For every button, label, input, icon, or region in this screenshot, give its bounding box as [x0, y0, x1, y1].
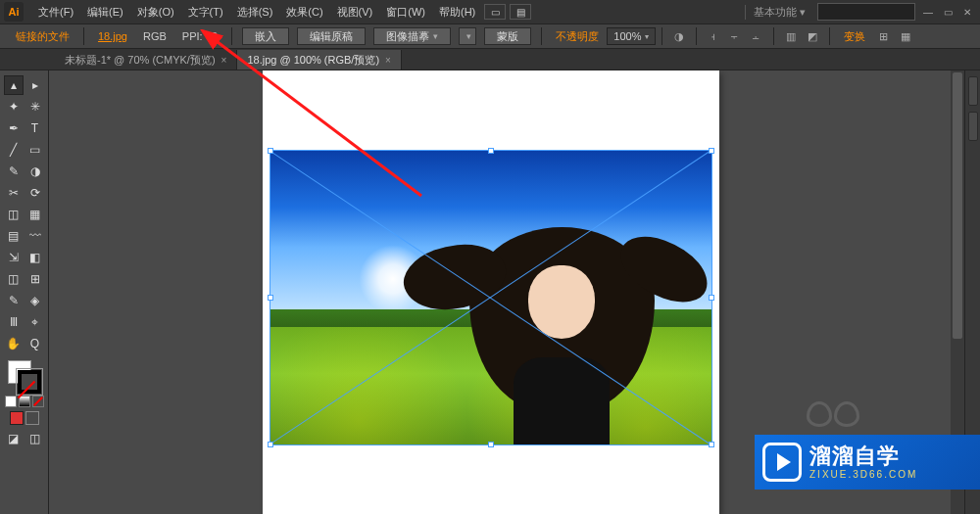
scale-tool[interactable]: ▦ [25, 205, 45, 224]
blob-brush-tool[interactable]: ✂ [4, 183, 24, 203]
handle-br[interactable] [709, 442, 714, 447]
menu-object[interactable]: 对象(O) [130, 0, 181, 23]
line-tool[interactable]: ╱ [4, 140, 24, 160]
draw-normal-mode[interactable] [10, 411, 24, 425]
screen-mode-full[interactable]: ◫ [25, 429, 45, 448]
recolor-icon[interactable]: ◑ [669, 27, 689, 45]
search-input[interactable] [817, 3, 915, 21]
pen-tool[interactable]: ✒ [4, 118, 24, 138]
rectangle-tool[interactable]: ▭ [25, 140, 45, 160]
edit-original-button[interactable]: 编辑原稿 [297, 27, 366, 45]
tab-close-icon[interactable]: × [221, 55, 227, 66]
menu-edit[interactable]: 编辑(E) [80, 0, 130, 23]
window-close[interactable]: ✕ [958, 5, 976, 19]
handle-tm[interactable] [488, 148, 494, 154]
handle-mr[interactable] [709, 295, 714, 301]
window-controls: — ▭ ✕ [919, 5, 976, 19]
perspective-tool[interactable]: ◧ [25, 248, 45, 267]
watermark-url: ZIXUE.3D66.COM [809, 469, 917, 480]
menu-window[interactable]: 窗口(W) [379, 0, 432, 23]
opacity-label: 不透明度 [548, 29, 607, 44]
lasso-tool[interactable]: ✳ [25, 97, 45, 117]
color-mode-none[interactable] [32, 396, 44, 407]
paintbrush-tool[interactable]: ✎ [4, 162, 24, 181]
menu-effect[interactable]: 效果(C) [279, 0, 329, 23]
artboard-tool[interactable]: ✋ [4, 334, 24, 353]
eyedropper-tool[interactable]: ✎ [4, 291, 24, 310]
selection-tool[interactable]: ▴ [4, 75, 24, 95]
free-transform-tool[interactable]: 〰 [25, 226, 45, 246]
transform-panel-icon[interactable]: ⊞ [874, 27, 894, 45]
rotate-tool[interactable]: ◫ [4, 205, 24, 224]
arrange-icon[interactable]: ▤ [510, 4, 531, 20]
eraser-tool[interactable]: ⟳ [25, 183, 45, 203]
menu-bar: Ai 文件(F) 编辑(E) 对象(O) 文字(T) 选择(S) 效果(C) 视… [0, 0, 980, 23]
artboard [263, 70, 719, 514]
panel-stub-2[interactable] [968, 112, 978, 141]
menu-type[interactable]: 文字(T) [181, 0, 230, 23]
menu-help[interactable]: 帮助(H) [432, 0, 482, 23]
watermark-banner: 溜溜自学 ZIXUE.3D66.COM [755, 435, 980, 490]
watermark-title: 溜溜自学 [809, 444, 917, 468]
symbol-sprayer-tool[interactable]: Ⅲ [4, 312, 24, 332]
embed-button[interactable]: 嵌入 [242, 27, 289, 45]
handle-tl[interactable] [268, 148, 273, 154]
column-graph-tool[interactable]: ⌖ [25, 312, 45, 332]
menu-view[interactable]: 视图(V) [330, 0, 380, 23]
align-right-icon[interactable]: ⫠ [747, 27, 766, 45]
image-trace-button[interactable]: 图像描摹 [373, 27, 451, 45]
distribute-icon[interactable]: ▥ [781, 27, 801, 45]
gradient-tool[interactable]: ⊞ [25, 269, 45, 289]
linked-file-name[interactable]: 18.jpg [90, 30, 135, 42]
handle-bm[interactable] [488, 442, 494, 447]
ppi-label: PPI: 72 [174, 30, 225, 42]
workspace-switcher[interactable]: 基本功能 ▾ [745, 5, 813, 20]
pencil-tool[interactable]: ◑ [25, 162, 45, 181]
tab-label: 未标题-1* @ 70% (CMYK/预览) [65, 53, 216, 68]
handle-ml[interactable] [268, 295, 273, 301]
document-tab-2[interactable]: 18.jpg @ 100% (RGB/预览) × [237, 50, 402, 70]
linked-file-label: 链接的文件 [8, 29, 77, 44]
opacity-value[interactable]: 100%▾ [607, 27, 656, 45]
fill-stroke-swatches[interactable] [8, 360, 41, 394]
mask-button[interactable]: 蒙版 [484, 27, 531, 45]
play-icon [762, 443, 802, 482]
document-tab-1[interactable]: 未标题-1* @ 70% (CMYK/预览) × [55, 50, 237, 70]
handle-tr[interactable] [709, 148, 714, 154]
window-minimize[interactable]: — [919, 5, 937, 19]
slice-tool[interactable]: Q [25, 334, 45, 353]
isolate-icon[interactable]: ◩ [803, 27, 822, 45]
control-bar: 链接的文件 18.jpg RGB PPI: 72 嵌入 编辑原稿 图像描摹 蒙版… [0, 23, 980, 49]
scrollbar-thumb[interactable] [953, 72, 962, 339]
transform-label[interactable]: 变换 [836, 29, 873, 44]
image-trace-presets[interactable] [459, 27, 476, 45]
stroke-swatch[interactable] [18, 370, 41, 394]
layout-icon[interactable]: ▭ [484, 4, 506, 20]
document-tabs: 未标题-1* @ 70% (CMYK/预览) × 18.jpg @ 100% (… [0, 49, 980, 70]
handle-bl[interactable] [268, 442, 273, 447]
window-maximize[interactable]: ▭ [939, 5, 956, 19]
align-center-icon[interactable]: ⫟ [725, 27, 745, 45]
panel-stub-1[interactable] [968, 76, 978, 106]
magic-wand-tool[interactable]: ✦ [4, 97, 24, 117]
draw-behind-mode[interactable] [25, 411, 39, 425]
width-tool[interactable]: ▤ [4, 226, 24, 246]
menu-file[interactable]: 文件(F) [31, 0, 80, 23]
blend-tool[interactable]: ◈ [25, 291, 45, 310]
more-options-icon[interactable]: ▦ [896, 27, 915, 45]
tab-close-icon[interactable]: × [385, 55, 391, 66]
screen-mode-normal[interactable]: ◪ [4, 429, 24, 448]
color-mode-label: RGB [135, 30, 174, 42]
color-mode-solid[interactable] [5, 396, 17, 407]
tab-label: 18.jpg @ 100% (RGB/预览) [247, 53, 379, 68]
watermark-logo-icon [806, 401, 864, 433]
type-tool[interactable]: T [25, 118, 45, 138]
direct-selection-tool[interactable]: ▸ [25, 75, 45, 95]
placed-image[interactable] [270, 151, 711, 444]
toolbox: ▴▸ ✦✳ ✒T ╱▭ ✎◑ ✂⟳ ◫▦ ▤〰 ⇲◧ ◫⊞ ✎◈ Ⅲ⌖ ✋Q ◪… [0, 70, 49, 514]
mesh-tool[interactable]: ◫ [4, 269, 24, 289]
align-left-icon[interactable]: ⫞ [704, 27, 723, 45]
shape-builder-tool[interactable]: ⇲ [4, 248, 24, 267]
menu-select[interactable]: 选择(S) [230, 0, 280, 23]
selection-overlay [270, 151, 711, 444]
